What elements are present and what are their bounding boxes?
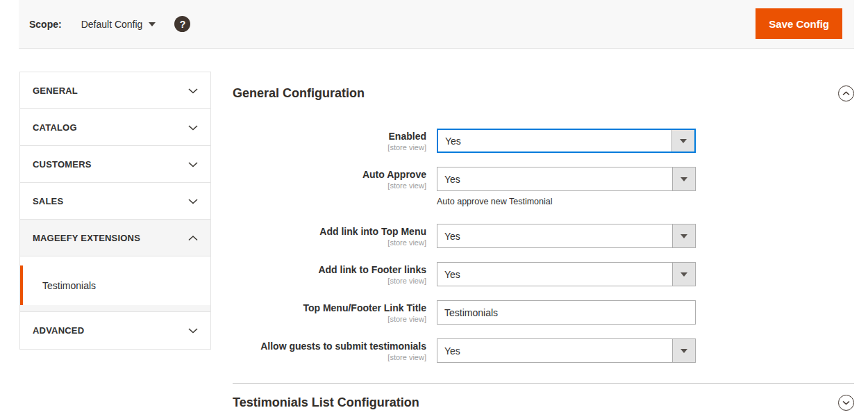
- field-allow-guests: Allow guests to submit testimonials [sto…: [233, 338, 854, 363]
- add-link-top-menu-select[interactable]: Yes: [437, 224, 696, 248]
- field-scope-label: [store view]: [233, 277, 426, 286]
- sidebar-item-label: CATALOG: [33, 122, 77, 133]
- config-sidebar: GENERAL CATALOG CUSTOMERS SALES MAGEEFY …: [19, 72, 211, 350]
- scope-value[interactable]: Default Config: [81, 19, 143, 30]
- enabled-select[interactable]: Yes: [437, 129, 696, 153]
- help-icon[interactable]: ?: [174, 16, 190, 32]
- sidebar-item-label: SALES: [33, 196, 63, 206]
- field-label: Top Menu/Footer Link Title: [233, 302, 426, 314]
- dropdown-arrow-button[interactable]: [672, 339, 695, 362]
- field-scope-label: [store view]: [233, 315, 426, 324]
- scope-switcher[interactable]: Default Config: [81, 19, 156, 30]
- dropdown-arrow-icon: [681, 272, 687, 277]
- sidebar-item-sales[interactable]: SALES: [20, 183, 210, 220]
- field-scope-label: [store view]: [233, 181, 426, 190]
- field-note: Auto approve new Testimonial: [437, 197, 696, 207]
- chevron-down-icon: [842, 400, 850, 405]
- sidebar-item-general[interactable]: GENERAL: [20, 72, 210, 109]
- sidebar-item-label: MAGEEFY EXTENSIONS: [33, 233, 140, 243]
- dropdown-arrow-button[interactable]: [672, 167, 695, 190]
- add-link-footer-select[interactable]: Yes: [437, 262, 696, 286]
- chevron-down-icon: [188, 327, 198, 334]
- allow-guests-select[interactable]: Yes: [437, 338, 696, 363]
- general-configuration-header: General Configuration: [233, 72, 854, 101]
- chevron-down-icon: [188, 88, 198, 94]
- sidebar-item-advanced[interactable]: ADVANCED: [20, 312, 210, 349]
- field-scope-label: [store view]: [233, 143, 426, 152]
- testimonials-list-configuration-header: Testimonials List Configuration: [233, 384, 854, 411]
- link-title-input[interactable]: [437, 300, 696, 325]
- chevron-down-icon: [188, 198, 198, 204]
- field-link-title: Top Menu/Footer Link Title [store view]: [233, 300, 854, 325]
- chevron-up-icon: [188, 235, 198, 241]
- select-value: Yes: [445, 136, 461, 147]
- sidebar-item-catalog[interactable]: CATALOG: [20, 109, 210, 146]
- field-auto-approve: Auto Approve [store view] Yes Auto appro…: [233, 167, 854, 207]
- sidebar-submenu: Testimonials: [20, 256, 210, 312]
- field-label: Enabled: [233, 131, 426, 142]
- submenu-padding: [20, 305, 210, 311]
- dropdown-arrow-icon: [680, 139, 687, 143]
- dropdown-arrow-button[interactable]: [672, 224, 695, 247]
- field-scope-label: [store view]: [233, 353, 426, 362]
- main-content: General Configuration Enabled [store vie…: [233, 72, 854, 411]
- sidebar-subitem-label: Testimonials: [42, 280, 96, 291]
- sidebar-item-label: ADVANCED: [33, 325, 84, 336]
- field-add-link-footer: Add link to Footer links [store view] Ye…: [233, 262, 854, 286]
- field-label: Auto Approve: [233, 169, 426, 181]
- dropdown-arrow-icon: [681, 234, 687, 238]
- scope-bar: Scope: Default Config ? Save Config: [19, 0, 854, 49]
- scope-label: Scope:: [29, 19, 62, 30]
- sidebar-item-label: GENERAL: [33, 85, 78, 96]
- auto-approve-select[interactable]: Yes: [437, 167, 696, 191]
- select-value: Yes: [444, 345, 460, 357]
- sidebar-item-testimonials[interactable]: Testimonials: [20, 265, 210, 305]
- section-title[interactable]: General Configuration: [233, 86, 365, 101]
- section-title[interactable]: Testimonials List Configuration: [233, 395, 419, 410]
- sidebar-item-mageefy-extensions[interactable]: MAGEEFY EXTENSIONS: [20, 220, 210, 256]
- field-enabled: Enabled [store view] Yes: [233, 129, 854, 153]
- collapse-section-icon[interactable]: [838, 85, 854, 101]
- select-value: Yes: [444, 174, 460, 185]
- field-label: Allow guests to submit testimonials: [233, 341, 426, 352]
- select-value: Yes: [444, 269, 460, 280]
- dropdown-arrow-button[interactable]: [671, 130, 694, 152]
- chevron-down-icon: [188, 124, 198, 131]
- sidebar-item-customers[interactable]: CUSTOMERS: [20, 146, 210, 183]
- expand-section-icon[interactable]: [838, 395, 854, 411]
- dropdown-arrow-button[interactable]: [672, 263, 695, 286]
- field-label: Add link to Footer links: [233, 264, 426, 276]
- dropdown-arrow-icon: [681, 349, 687, 353]
- select-value: Yes: [444, 231, 460, 242]
- field-label: Add link into Top Menu: [233, 226, 426, 238]
- sidebar-item-label: CUSTOMERS: [33, 159, 92, 170]
- caret-down-icon: [149, 22, 156, 26]
- dropdown-arrow-icon: [681, 177, 687, 181]
- general-configuration-fields: Enabled [store view] Yes Auto Approve [s…: [233, 129, 854, 363]
- field-add-link-top-menu: Add link into Top Menu [store view] Yes: [233, 224, 854, 248]
- chevron-down-icon: [188, 161, 198, 167]
- chevron-up-icon: [842, 91, 850, 96]
- save-config-button[interactable]: Save Config: [756, 8, 842, 39]
- field-scope-label: [store view]: [233, 238, 426, 247]
